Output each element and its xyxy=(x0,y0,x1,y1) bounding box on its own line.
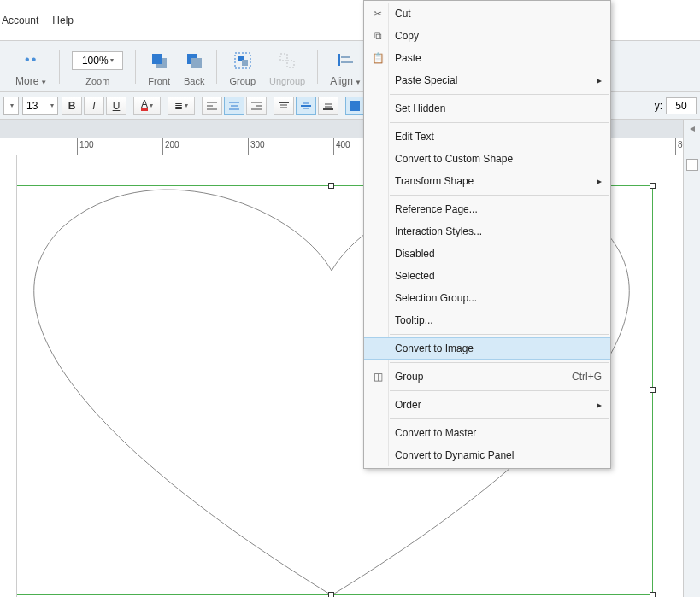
align-left-button[interactable] xyxy=(202,97,222,115)
ctx-order[interactable]: Order▸ xyxy=(364,394,610,416)
align-icon xyxy=(337,50,356,69)
ctx-paste-special[interactable]: Paste Special▸ xyxy=(364,69,610,91)
valign-bottom-button[interactable] xyxy=(318,97,338,115)
resize-handle-br[interactable] xyxy=(650,592,656,597)
font-color-button[interactable]: A▾ xyxy=(133,97,161,115)
zoom-label: Zoom xyxy=(85,76,109,86)
y-input[interactable] xyxy=(666,97,697,114)
valign-bot-icon xyxy=(322,101,334,111)
group-icon: ◫ xyxy=(371,371,385,383)
tool-group-btn[interactable]: Group xyxy=(229,47,256,86)
menu-help[interactable]: Help xyxy=(50,11,75,30)
ctx-convert-dynamic[interactable]: Convert to Dynamic Panel xyxy=(364,444,610,466)
ctx-convert-image[interactable]: Convert to Image xyxy=(364,337,610,360)
resize-handle-bm[interactable] xyxy=(328,592,334,597)
ctx-transform-label: Transform Shape xyxy=(395,175,474,187)
ctx-copy-label: Copy xyxy=(395,30,419,42)
valign-top-button[interactable] xyxy=(274,97,294,115)
tool-front[interactable]: Front xyxy=(148,47,170,86)
list-group: ≣▾ xyxy=(168,97,197,115)
resize-handle-mr[interactable] xyxy=(650,387,656,393)
valign-mid-icon xyxy=(300,101,312,111)
collapse-arrow-icon[interactable]: ◂ xyxy=(684,120,700,137)
align-center-button[interactable] xyxy=(224,97,244,115)
bold-button[interactable]: B xyxy=(62,97,82,115)
y-label: y: xyxy=(655,100,662,112)
valign-top-icon xyxy=(278,101,290,111)
text-style-group: B I U xyxy=(62,97,128,115)
more-label: More xyxy=(15,75,38,87)
svg-rect-1 xyxy=(152,54,162,64)
scissors-icon: ✂ xyxy=(371,8,385,20)
ctx-cut[interactable]: ✂Cut xyxy=(364,3,610,25)
ctx-selection-group[interactable]: Selection Group... xyxy=(364,287,610,309)
ctx-reference-page[interactable]: Reference Page... xyxy=(364,198,610,220)
ctx-tooltip[interactable]: Tooltip... xyxy=(364,309,610,331)
ungroup-label: Ungroup xyxy=(269,76,305,86)
menu-separator xyxy=(390,418,609,419)
ctx-set-hidden[interactable]: Set Hidden xyxy=(364,97,610,120)
submenu-arrow-icon: ▸ xyxy=(597,175,602,187)
color-group: A▾ xyxy=(133,97,162,115)
menu-separator xyxy=(390,195,609,196)
ruler-tick-label: 300 xyxy=(250,140,265,149)
tool-back[interactable]: Back xyxy=(184,47,204,86)
submenu-arrow-icon: ▸ xyxy=(597,399,602,411)
font-dropdown-partial[interactable]: ▾ xyxy=(3,97,19,115)
bullets-button[interactable]: ≣▾ xyxy=(168,97,195,115)
ctx-edit-text[interactable]: Edit Text xyxy=(364,126,610,148)
tool-ungroup[interactable]: Ungroup xyxy=(269,47,305,86)
svg-rect-7 xyxy=(280,54,287,61)
ctx-group[interactable]: ◫GroupCtrl+G xyxy=(364,366,610,388)
ctx-convert-master[interactable]: Convert to Master xyxy=(364,422,610,444)
list-icon: ≣ xyxy=(174,100,183,112)
fill-color-button[interactable] xyxy=(345,97,364,115)
align-center-icon xyxy=(228,101,240,111)
group-label: Group xyxy=(229,76,256,86)
ctx-selected[interactable]: Selected xyxy=(364,265,610,287)
ctx-copy[interactable]: ⧉Copy xyxy=(364,25,610,47)
tool-zoom[interactable]: 100%▾ Zoom xyxy=(72,47,123,86)
menu-separator xyxy=(390,334,609,335)
valign-group xyxy=(274,97,340,115)
group-icon xyxy=(233,51,252,70)
ctx-paste[interactable]: 📋Paste xyxy=(364,47,610,69)
ruler-tick-label: 200 xyxy=(165,140,179,149)
tool-align[interactable]: Align▼ xyxy=(330,46,362,87)
ctx-group-shortcut: Ctrl+G xyxy=(572,371,602,383)
ctx-edit-text-label: Edit Text xyxy=(395,131,434,143)
origin-marker[interactable] xyxy=(686,159,698,171)
menu-account[interactable]: Account xyxy=(0,11,40,30)
ctx-group-label: Group xyxy=(395,371,423,383)
fill-swatch-icon xyxy=(350,101,360,111)
ctx-convert-dyn-label: Convert to Dynamic Panel xyxy=(395,449,514,461)
ctx-transform[interactable]: Transform Shape▸ xyxy=(364,170,610,192)
italic-button[interactable]: I xyxy=(84,97,104,115)
valign-middle-button[interactable] xyxy=(296,97,316,115)
context-menu: ✂Cut ⧉Copy 📋Paste Paste Special▸ Set Hid… xyxy=(363,0,611,469)
zoom-input[interactable]: 100%▾ xyxy=(72,51,123,70)
align-right-button[interactable] xyxy=(246,97,267,115)
ctx-convert-custom[interactable]: Convert to Custom Shape xyxy=(364,148,610,170)
ctx-disabled[interactable]: Disabled xyxy=(364,243,610,265)
svg-rect-3 xyxy=(191,58,202,68)
ctx-paste-special-label: Paste Special xyxy=(395,74,457,86)
ctx-order-label: Order xyxy=(395,399,421,411)
paste-icon: 📋 xyxy=(371,52,385,64)
submenu-arrow-icon: ▸ xyxy=(597,74,602,86)
ruler-tick-label: 100 xyxy=(79,140,94,149)
ctx-paste-label: Paste xyxy=(395,52,421,64)
resize-handle-tr[interactable] xyxy=(650,183,656,189)
halign-group xyxy=(202,97,268,115)
ctx-int-styles-label: Interaction Styles... xyxy=(395,225,482,237)
ctx-convert-custom-label: Convert to Custom Shape xyxy=(395,153,513,165)
tool-more[interactable]: •• More▼ xyxy=(15,46,47,87)
align-label: Align xyxy=(330,75,353,87)
underline-button[interactable]: U xyxy=(106,97,126,115)
fontsize-select[interactable]: 13▾ xyxy=(22,97,58,115)
caret-down-icon: ▾ xyxy=(185,102,188,109)
ctx-tooltip-label: Tooltip... xyxy=(395,314,433,326)
ctx-interaction-styles[interactable]: Interaction Styles... xyxy=(364,220,610,243)
svg-rect-11 xyxy=(341,61,353,63)
resize-handle-tm[interactable] xyxy=(328,183,334,189)
